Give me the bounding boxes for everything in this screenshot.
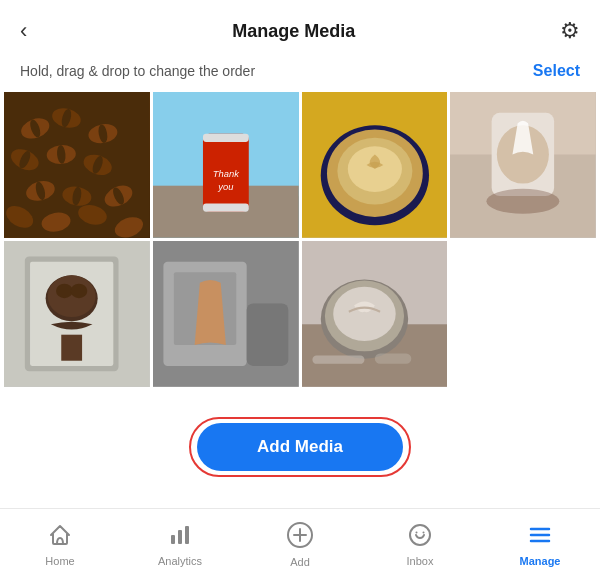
- add-icon: [287, 522, 313, 552]
- nav-label-add: Add: [290, 556, 310, 568]
- media-item-2[interactable]: Thank you: [153, 92, 299, 238]
- gear-icon[interactable]: ⚙: [560, 18, 580, 44]
- svg-rect-27: [203, 134, 249, 142]
- add-media-outer: Add Media: [189, 417, 411, 477]
- svg-rect-59: [374, 353, 410, 363]
- svg-point-45: [48, 275, 96, 317]
- header: ‹ Manage Media ⚙: [0, 0, 600, 56]
- svg-text:you: you: [217, 182, 234, 192]
- nav-item-home[interactable]: Home: [0, 509, 120, 580]
- svg-rect-48: [61, 334, 82, 360]
- svg-rect-60: [171, 535, 175, 544]
- subtitle-bar: Hold, drag & drop to change the order Se…: [0, 56, 600, 92]
- svg-rect-52: [246, 303, 288, 365]
- svg-point-57: [333, 287, 395, 341]
- media-grid-row2: [0, 238, 600, 387]
- media-item-empty: [450, 241, 596, 387]
- nav-label-analytics: Analytics: [158, 555, 202, 567]
- svg-rect-28: [203, 203, 249, 211]
- nav-item-manage[interactable]: Manage: [480, 509, 600, 580]
- bottom-nav: Home Analytics Add Inbo: [0, 508, 600, 580]
- nav-label-manage: Manage: [520, 555, 561, 567]
- nav-item-inbox[interactable]: Inbox: [360, 509, 480, 580]
- svg-rect-61: [178, 530, 182, 544]
- svg-text:Thank: Thank: [213, 169, 240, 179]
- svg-point-47: [71, 283, 88, 298]
- nav-item-add[interactable]: Add: [240, 509, 360, 580]
- nav-label-home: Home: [45, 555, 74, 567]
- select-button[interactable]: Select: [533, 62, 580, 80]
- svg-rect-62: [185, 526, 189, 544]
- media-item-5[interactable]: [4, 241, 150, 387]
- svg-point-64: [410, 525, 430, 545]
- home-icon: [48, 523, 72, 551]
- media-item-3[interactable]: [302, 92, 448, 238]
- svg-rect-58: [312, 355, 364, 363]
- nav-label-inbox: Inbox: [407, 555, 434, 567]
- svg-point-40: [487, 189, 560, 214]
- back-button[interactable]: ‹: [20, 20, 27, 42]
- nav-item-analytics[interactable]: Analytics: [120, 509, 240, 580]
- add-media-area: Add Media: [0, 387, 600, 509]
- subtitle-text: Hold, drag & drop to change the order: [20, 63, 255, 79]
- media-item-4[interactable]: [450, 92, 596, 238]
- inbox-icon: [408, 523, 432, 551]
- page-title: Manage Media: [232, 21, 355, 42]
- media-grid-row1: Thank you: [0, 92, 600, 238]
- analytics-icon: [168, 523, 192, 551]
- media-item-1[interactable]: [4, 92, 150, 238]
- add-media-button[interactable]: Add Media: [197, 423, 403, 471]
- manage-icon: [528, 523, 552, 551]
- media-item-6[interactable]: [153, 241, 299, 387]
- svg-point-46: [56, 283, 73, 298]
- media-item-7[interactable]: [302, 241, 448, 387]
